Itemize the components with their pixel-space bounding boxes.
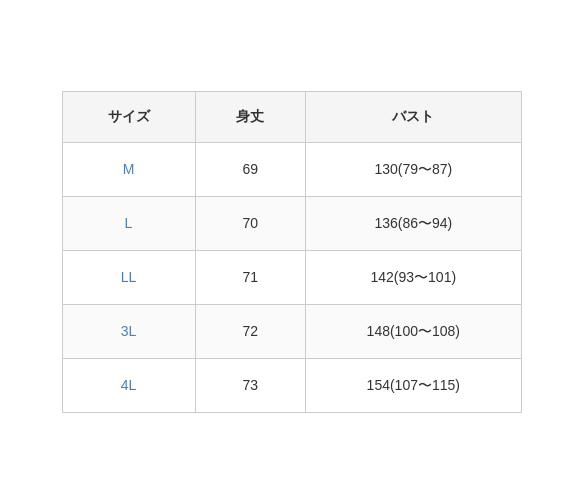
cell-size: 4L (62, 359, 195, 413)
table-row: 4L73154(107〜115) (62, 359, 521, 413)
cell-size: LL (62, 251, 195, 305)
cell-length: 72 (195, 305, 306, 359)
size-table: サイズ 身丈 バスト M69130(79〜87)L70136(86〜94)LL7… (62, 91, 522, 413)
cell-size: L (62, 197, 195, 251)
cell-bust: 154(107〜115) (306, 359, 521, 413)
cell-bust: 142(93〜101) (306, 251, 521, 305)
table-row: M69130(79〜87) (62, 143, 521, 197)
header-size: サイズ (62, 92, 195, 143)
table-row: L70136(86〜94) (62, 197, 521, 251)
cell-bust: 130(79〜87) (306, 143, 521, 197)
table-header-row: サイズ 身丈 バスト (62, 92, 521, 143)
cell-bust: 136(86〜94) (306, 197, 521, 251)
header-length: 身丈 (195, 92, 306, 143)
cell-size: 3L (62, 305, 195, 359)
cell-length: 69 (195, 143, 306, 197)
cell-size: M (62, 143, 195, 197)
table-row: 3L72148(100〜108) (62, 305, 521, 359)
cell-bust: 148(100〜108) (306, 305, 521, 359)
cell-length: 70 (195, 197, 306, 251)
size-chart-container: サイズ 身丈 バスト M69130(79〜87)L70136(86〜94)LL7… (62, 91, 522, 413)
cell-length: 73 (195, 359, 306, 413)
cell-length: 71 (195, 251, 306, 305)
table-row: LL71142(93〜101) (62, 251, 521, 305)
header-bust: バスト (306, 92, 521, 143)
